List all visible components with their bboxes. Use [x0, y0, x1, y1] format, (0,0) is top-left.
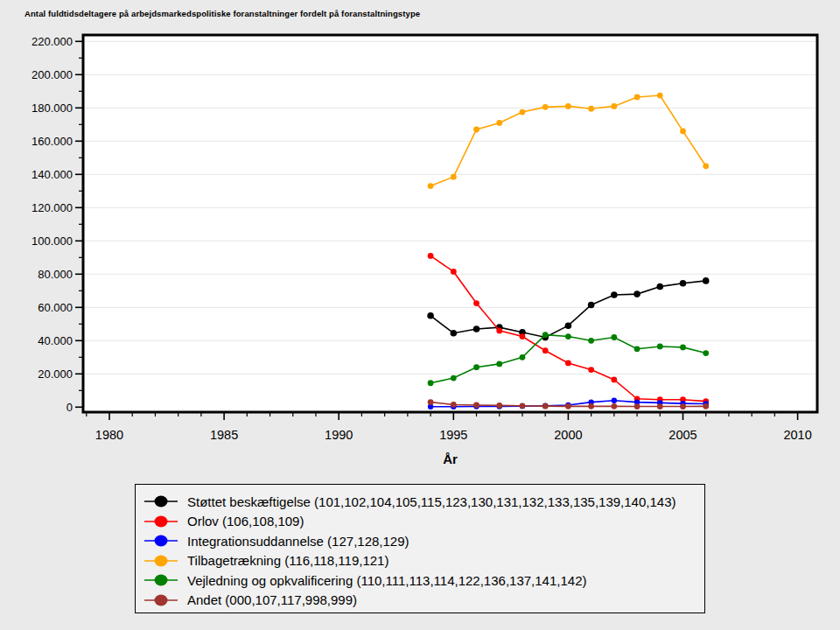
legend-marker-icon [143, 553, 179, 569]
legend-item: Andet (000,107,117,998,999) [143, 591, 704, 611]
x-tick-label: 1985 [210, 428, 238, 442]
data-point-marker-icon [588, 302, 595, 309]
data-point-marker-icon [634, 403, 640, 410]
data-point-marker-icon [588, 338, 594, 344]
data-point-marker-icon [496, 120, 502, 126]
data-point-marker-icon [428, 183, 434, 189]
data-point-marker-icon [496, 402, 502, 409]
data-point-marker-icon [611, 377, 617, 383]
x-tick-label: 2005 [668, 428, 696, 442]
data-point-marker-icon [565, 333, 571, 340]
data-point-marker-icon [542, 403, 549, 410]
data-point-marker-icon [565, 360, 571, 367]
data-point-marker-icon [703, 403, 709, 410]
legend-marker-icon [143, 514, 179, 529]
legend-marker-icon [143, 533, 179, 549]
data-point-marker-icon [428, 380, 434, 386]
legend-item-label: Tilbagetrækning (116,118,119,121) [187, 553, 388, 568]
legend-item: Støttet beskæftigelse (101,102,104,105,1… [143, 492, 704, 512]
data-point-marker-icon [520, 354, 526, 360]
data-point-marker-icon [680, 403, 686, 410]
data-point-marker-icon [657, 403, 663, 410]
data-point-marker-icon [473, 326, 480, 332]
data-point-marker-icon [520, 402, 526, 409]
data-point-marker-icon [542, 104, 549, 110]
legend-item-label: Andet (000,107,117,998,999) [187, 592, 357, 607]
data-point-marker-icon [634, 94, 640, 101]
data-point-marker-icon [496, 328, 502, 334]
data-point-marker-icon [588, 403, 594, 410]
legend-marker-icon [143, 572, 179, 588]
y-tick-label: 40.000 [38, 334, 73, 347]
data-point-marker-icon [634, 290, 640, 298]
legend-marker-icon [143, 592, 179, 608]
data-point-marker-icon [542, 347, 549, 354]
legend-marker-dot-icon [155, 575, 168, 586]
x-tick-label: 2010 [783, 428, 811, 442]
legend-item: Integrationsuddannelse (127,128,129) [143, 531, 704, 551]
data-point-marker-icon [473, 127, 480, 133]
data-point-marker-icon [473, 364, 480, 370]
legend-marker-dot-icon [155, 536, 168, 547]
data-point-marker-icon [588, 367, 594, 373]
data-point-marker-icon [588, 106, 594, 112]
data-point-marker-icon [427, 312, 434, 319]
chart-legend: Støttet beskæftigelse (101,102,104,105,1… [135, 484, 705, 613]
data-point-marker-icon [451, 402, 457, 408]
data-point-marker-icon [542, 332, 549, 338]
legend-item: Tilbagetrækning (116,118,119,121) [143, 551, 704, 571]
y-tick-label: 0 [66, 401, 73, 414]
data-point-marker-icon [611, 334, 617, 340]
data-point-marker-icon [656, 284, 663, 290]
data-point-marker-icon [634, 346, 640, 352]
x-tick-label: 2000 [554, 428, 582, 442]
data-point-marker-icon [520, 333, 526, 340]
legend-item-label: Støttet beskæftigelse (101,102,104,105,1… [187, 494, 676, 509]
y-tick-label: 80.000 [38, 268, 73, 281]
data-point-marker-icon [611, 291, 618, 298]
data-point-marker-icon [565, 322, 572, 329]
legend-item-label: Vejledning og opkvalificering (110,111,1… [187, 573, 586, 588]
x-tick-label: 1995 [439, 428, 467, 442]
data-point-marker-icon [451, 330, 458, 337]
line-chart-canvas: 020.00040.00060.00080.000100.000120.0001… [0, 0, 840, 477]
y-tick-label: 160.000 [32, 135, 73, 148]
data-point-marker-icon [428, 399, 434, 405]
y-tick-label: 220.000 [32, 35, 73, 48]
data-point-marker-icon [428, 253, 434, 259]
y-tick-label: 200.000 [32, 68, 73, 81]
data-point-marker-icon [451, 174, 457, 180]
legend-marker-dot-icon [155, 515, 168, 527]
data-point-marker-icon [473, 402, 480, 409]
data-point-marker-icon [451, 269, 457, 275]
data-point-marker-icon [451, 375, 457, 382]
data-point-marker-icon [657, 93, 663, 99]
y-tick-label: 180.000 [32, 102, 73, 115]
y-tick-label: 140.000 [32, 168, 73, 181]
chart-page: Antal fuldtidsdeltagere på arbejdsmarked… [0, 0, 840, 630]
data-point-marker-icon [565, 103, 571, 109]
y-tick-label: 100.000 [32, 234, 73, 248]
data-point-marker-icon [680, 345, 686, 351]
data-point-marker-icon [703, 163, 709, 169]
data-point-marker-icon [611, 103, 617, 109]
legend-item: Orlov (106,108,109) [143, 512, 704, 532]
data-point-marker-icon [496, 361, 502, 368]
legend-marker-dot-icon [155, 496, 168, 508]
legend-marker-icon [143, 494, 179, 509]
data-point-marker-icon [680, 280, 687, 287]
data-point-marker-icon [473, 300, 480, 306]
x-tick-label: 1980 [95, 428, 123, 442]
data-point-marker-icon [703, 277, 710, 284]
legend-item-label: Integrationsuddannelse (127,128,129) [187, 534, 410, 549]
data-point-marker-icon [520, 109, 526, 116]
legend-item: Vejledning og opkvalificering (110,111,1… [143, 570, 704, 591]
data-point-marker-icon [703, 350, 709, 356]
y-tick-label: 120.000 [32, 201, 73, 214]
y-tick-label: 20.000 [38, 368, 73, 381]
data-point-marker-icon [611, 403, 617, 410]
data-point-marker-icon [657, 344, 663, 350]
legend-item-label: Orlov (106,108,109) [187, 514, 304, 528]
x-tick-label: 1990 [325, 428, 353, 442]
data-point-marker-icon [680, 129, 686, 135]
